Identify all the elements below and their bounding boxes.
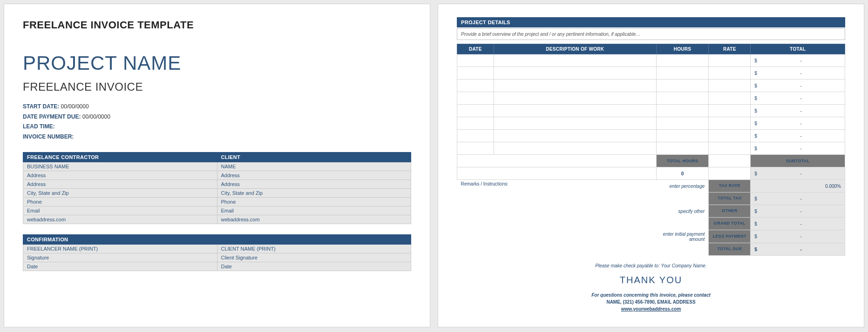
table-cell [709, 80, 751, 92]
total-hours-label: TOTAL HOURS [656, 155, 709, 167]
table-cell: Address [23, 171, 217, 180]
total-due-label: TOTAL DUE [709, 243, 751, 256]
table-cell: Email [217, 206, 411, 215]
table-cell [457, 54, 494, 67]
table-cell: $- [751, 142, 845, 155]
questions-line-2: NAME, (321) 456-7890, EMAIL ADDRESS [457, 299, 845, 305]
totals-bar-row: TOTAL HOURS SUBTOTAL [457, 155, 845, 167]
table-cell: Address [217, 180, 411, 189]
grand-total-label: GRAND TOTAL [709, 218, 751, 230]
work-table: DATE DESCRIPTION OF WORK HOURS RATE TOTA… [457, 44, 845, 256]
total-tax-label: TOTAL TAX [709, 193, 751, 205]
table-cell: BUSINESS NAME [23, 162, 217, 171]
confirmation-table: CONFIRMATION FREELANCER NAME (PRINT)CLIE… [23, 234, 411, 271]
table-row: AddressAddress [23, 171, 411, 180]
lead-time-label: LEAD TIME: [23, 123, 55, 130]
table-cell: NAME [217, 162, 411, 171]
table-cell: FREELANCER NAME (PRINT) [23, 245, 217, 253]
table-cell: $- [751, 117, 845, 130]
table-cell [494, 105, 656, 117]
table-cell [656, 117, 709, 130]
table-cell [457, 117, 494, 130]
table-row: BUSINESS NAMENAME [23, 162, 411, 171]
less-payment-label: LESS PAYMENT [709, 230, 751, 243]
web-address-link[interactable]: www.yourwebaddress.com [621, 306, 681, 312]
invoice-meta: START DATE: 00/00/0000 DATE PAYMENT DUE:… [23, 102, 411, 142]
table-row: $- [457, 117, 845, 130]
table-cell [457, 80, 494, 92]
table-cell [656, 67, 709, 80]
table-row: $- [457, 105, 845, 117]
col-hours: HOURS [656, 44, 709, 54]
table-cell [457, 67, 494, 80]
table-cell [656, 92, 709, 105]
table-cell: Address [23, 180, 217, 189]
other-value: $- [751, 205, 845, 218]
due-date-value: 00/00/0000 [82, 113, 110, 120]
client-header: CLIENT [217, 153, 411, 162]
table-row: DateDate [23, 262, 411, 271]
payable-to: Please make check payable to: Your Compa… [457, 262, 845, 269]
table-row: SignatureClient Signature [23, 253, 411, 262]
other-note: specify other [656, 205, 709, 218]
table-cell: $- [751, 54, 845, 67]
col-desc: DESCRIPTION OF WORK [494, 44, 656, 54]
less-note: enter initial payment amount [656, 230, 709, 243]
table-cell [494, 67, 656, 80]
table-cell [656, 142, 709, 155]
table-cell [709, 105, 751, 117]
project-details-header: PROJECT DETAILS [457, 17, 845, 27]
table-cell: Phone [23, 198, 217, 206]
subtotal-value: $- [751, 167, 845, 180]
due-date-label: DATE PAYMENT DUE: [23, 113, 81, 120]
table-cell [656, 54, 709, 67]
col-rate: RATE [709, 44, 751, 54]
table-cell [494, 130, 656, 142]
invoice-footer: Please make check payable to: Your Compa… [457, 262, 845, 312]
invoice-subtitle: FREELANCE INVOICE [23, 80, 411, 93]
table-cell: $- [751, 130, 845, 142]
invoice-page-1: FREELANCE INVOICE TEMPLATE PROJECT NAME … [4, 4, 430, 327]
table-cell: Signature [23, 253, 217, 262]
table-cell [457, 142, 494, 155]
table-cell: $- [751, 92, 845, 105]
table-cell [494, 117, 656, 130]
table-cell: City, State and Zip [217, 189, 411, 198]
confirmation-header: CONFIRMATION [23, 235, 411, 245]
table-cell [709, 117, 751, 130]
tax-rate-label: TAX RATE [709, 180, 751, 193]
table-cell [709, 67, 751, 80]
table-row: $- [457, 92, 845, 105]
parties-table: FREELANCE CONTRACTOR CLIENT BUSINESS NAM… [23, 152, 411, 224]
table-row: PhonePhone [23, 198, 411, 206]
tax-note: enter percentage [656, 180, 709, 193]
invoice-page-2: PROJECT DETAILS Provide a brief overview… [438, 4, 864, 327]
table-cell [494, 92, 656, 105]
table-row: webaddress.comwebaddress.com [23, 215, 411, 224]
table-row: FREELANCER NAME (PRINT)CLIENT NAME (PRIN… [23, 245, 411, 253]
table-cell: Address [217, 171, 411, 180]
table-row: $- [457, 67, 845, 80]
table-cell: webaddress.com [23, 215, 217, 224]
questions-line-1: For questions concerning this invoice, p… [457, 292, 845, 299]
project-name: PROJECT NAME [23, 53, 411, 73]
subtotal-label: SUBTOTAL [751, 155, 845, 167]
tax-rate-row: Remarks / Instructions: enter percentage… [457, 180, 845, 193]
table-cell [494, 80, 656, 92]
table-cell [494, 54, 656, 67]
total-due-value: $- [751, 243, 845, 256]
less-payment-value: $- [751, 230, 845, 243]
other-label: OTHER [709, 205, 751, 218]
col-total: TOTAL [751, 44, 845, 54]
table-cell: Date [217, 262, 411, 271]
table-cell [656, 130, 709, 142]
remarks-label: Remarks / Instructions: [457, 180, 657, 256]
table-cell: Date [23, 262, 217, 271]
table-row: AddressAddress [23, 180, 411, 189]
table-row: City, State and ZipCity, State and Zip [23, 189, 411, 198]
table-cell [656, 80, 709, 92]
table-cell: City, State and Zip [23, 189, 217, 198]
table-cell [494, 142, 656, 155]
table-cell [457, 92, 494, 105]
totals-value-row: 0 $- [457, 167, 845, 180]
